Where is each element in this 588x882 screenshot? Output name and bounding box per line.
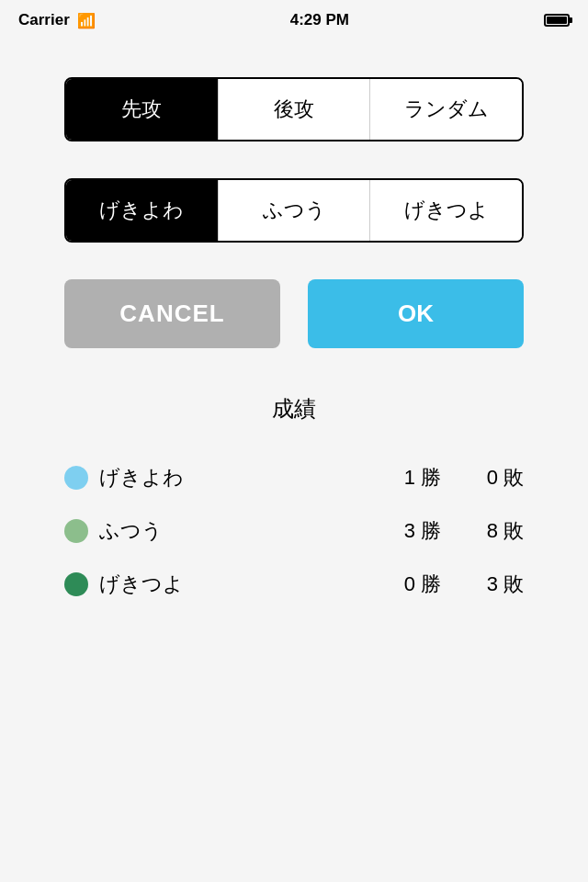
status-bar: Carrier 📶 4:29 PM bbox=[0, 0, 588, 40]
loss-count: 8 敗 bbox=[441, 517, 524, 545]
action-buttons: CANCEL OK bbox=[64, 279, 524, 348]
status-left: Carrier 📶 bbox=[18, 11, 96, 29]
segment-goko[interactable]: 後攻 bbox=[219, 79, 371, 140]
clock: 4:29 PM bbox=[290, 11, 349, 29]
difficulty-name: ふつう bbox=[99, 517, 358, 545]
win-count: 0 勝 bbox=[358, 571, 441, 598]
difficulty-name: げきよわ bbox=[99, 464, 358, 492]
carrier-label: Carrier bbox=[18, 11, 70, 29]
difficulty-name: げきつよ bbox=[99, 571, 358, 598]
main-content: 先攻 後攻 ランダム げきよわ ふつう げきつよ CANCEL OK 成績 げき… bbox=[0, 40, 588, 611]
ok-button[interactable]: OK bbox=[308, 279, 524, 348]
wifi-icon: 📶 bbox=[77, 12, 96, 29]
result-row: げきよわ1 勝0 敗 bbox=[64, 451, 524, 504]
cancel-button[interactable]: CANCEL bbox=[64, 279, 280, 348]
difficulty-dot bbox=[64, 466, 88, 490]
battery-icon bbox=[544, 14, 570, 27]
segment-senko[interactable]: 先攻 bbox=[66, 79, 219, 140]
difficulty-dot bbox=[64, 572, 88, 596]
result-row: げきつよ0 勝3 敗 bbox=[64, 558, 524, 611]
segment-random[interactable]: ランダム bbox=[370, 79, 522, 140]
results-table: げきよわ1 勝0 敗ふつう3 勝8 敗げきつよ0 勝3 敗 bbox=[64, 451, 524, 611]
results-title: 成績 bbox=[64, 394, 524, 424]
battery-container bbox=[544, 14, 570, 27]
loss-count: 0 敗 bbox=[441, 464, 524, 492]
difficulty-segment: げきよわ ふつう げきつよ bbox=[64, 178, 524, 243]
win-count: 1 勝 bbox=[358, 464, 441, 492]
turn-order-segment: 先攻 後攻 ランダム bbox=[64, 77, 524, 141]
segment-gekiyowa[interactable]: げきよわ bbox=[66, 180, 219, 241]
result-row: ふつう3 勝8 敗 bbox=[64, 504, 524, 558]
loss-count: 3 敗 bbox=[441, 571, 524, 598]
segment-gekitsuyo[interactable]: げきつよ bbox=[370, 180, 522, 241]
segment-futsuu[interactable]: ふつう bbox=[219, 180, 371, 241]
win-count: 3 勝 bbox=[358, 517, 441, 545]
results-section: 成績 げきよわ1 勝0 敗ふつう3 勝8 敗げきつよ0 勝3 敗 bbox=[64, 394, 524, 611]
difficulty-dot bbox=[64, 519, 88, 543]
battery-fill bbox=[547, 17, 567, 24]
